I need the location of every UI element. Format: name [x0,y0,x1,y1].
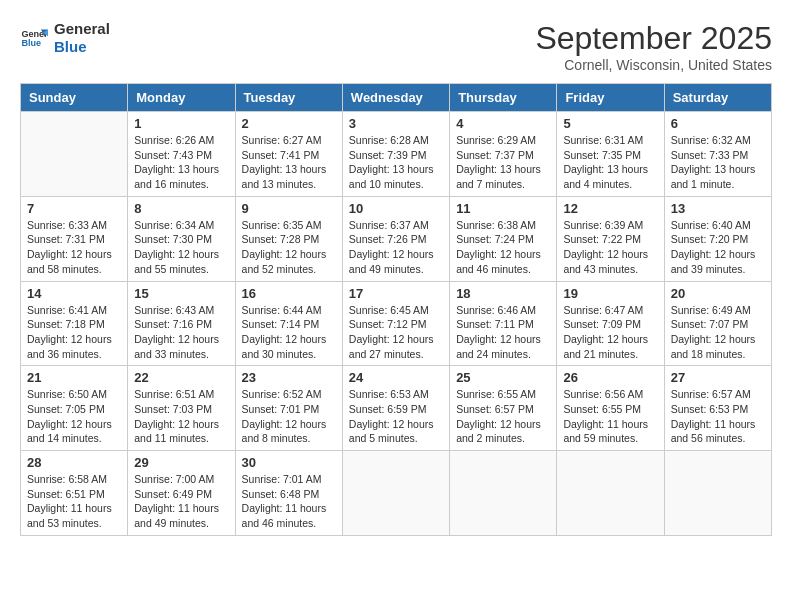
day-info: Sunrise: 6:38 AMSunset: 7:24 PMDaylight:… [456,218,550,277]
calendar-cell: 21Sunrise: 6:50 AMSunset: 7:05 PMDayligh… [21,366,128,451]
day-info: Sunrise: 7:01 AMSunset: 6:48 PMDaylight:… [242,472,336,531]
weekday-header-sunday: Sunday [21,84,128,112]
day-info: Sunrise: 6:40 AMSunset: 7:20 PMDaylight:… [671,218,765,277]
day-number: 3 [349,116,443,131]
weekday-header-friday: Friday [557,84,664,112]
calendar-cell: 5Sunrise: 6:31 AMSunset: 7:35 PMDaylight… [557,112,664,197]
day-number: 6 [671,116,765,131]
day-info: Sunrise: 6:27 AMSunset: 7:41 PMDaylight:… [242,133,336,192]
day-info: Sunrise: 6:56 AMSunset: 6:55 PMDaylight:… [563,387,657,446]
week-row-1: 1Sunrise: 6:26 AMSunset: 7:43 PMDaylight… [21,112,772,197]
day-info: Sunrise: 6:53 AMSunset: 6:59 PMDaylight:… [349,387,443,446]
calendar-cell: 23Sunrise: 6:52 AMSunset: 7:01 PMDayligh… [235,366,342,451]
day-info: Sunrise: 6:41 AMSunset: 7:18 PMDaylight:… [27,303,121,362]
day-info: Sunrise: 7:00 AMSunset: 6:49 PMDaylight:… [134,472,228,531]
day-number: 24 [349,370,443,385]
day-number: 26 [563,370,657,385]
day-number: 14 [27,286,121,301]
calendar-cell [342,451,449,536]
calendar-cell [450,451,557,536]
calendar-cell [664,451,771,536]
calendar-cell: 27Sunrise: 6:57 AMSunset: 6:53 PMDayligh… [664,366,771,451]
calendar-cell [557,451,664,536]
calendar-cell: 2Sunrise: 6:27 AMSunset: 7:41 PMDaylight… [235,112,342,197]
calendar-cell: 1Sunrise: 6:26 AMSunset: 7:43 PMDaylight… [128,112,235,197]
day-number: 17 [349,286,443,301]
month-title: September 2025 [535,20,772,57]
week-row-5: 28Sunrise: 6:58 AMSunset: 6:51 PMDayligh… [21,451,772,536]
day-number: 1 [134,116,228,131]
day-info: Sunrise: 6:45 AMSunset: 7:12 PMDaylight:… [349,303,443,362]
weekday-header-thursday: Thursday [450,84,557,112]
calendar-cell [21,112,128,197]
calendar-cell: 14Sunrise: 6:41 AMSunset: 7:18 PMDayligh… [21,281,128,366]
week-row-4: 21Sunrise: 6:50 AMSunset: 7:05 PMDayligh… [21,366,772,451]
calendar-cell: 8Sunrise: 6:34 AMSunset: 7:30 PMDaylight… [128,196,235,281]
day-number: 9 [242,201,336,216]
day-info: Sunrise: 6:58 AMSunset: 6:51 PMDaylight:… [27,472,121,531]
calendar-cell: 15Sunrise: 6:43 AMSunset: 7:16 PMDayligh… [128,281,235,366]
day-number: 27 [671,370,765,385]
day-number: 10 [349,201,443,216]
day-info: Sunrise: 6:57 AMSunset: 6:53 PMDaylight:… [671,387,765,446]
logo-icon: General Blue [20,24,48,52]
day-number: 16 [242,286,336,301]
day-info: Sunrise: 6:46 AMSunset: 7:11 PMDaylight:… [456,303,550,362]
calendar-cell: 22Sunrise: 6:51 AMSunset: 7:03 PMDayligh… [128,366,235,451]
day-info: Sunrise: 6:35 AMSunset: 7:28 PMDaylight:… [242,218,336,277]
calendar-cell: 28Sunrise: 6:58 AMSunset: 6:51 PMDayligh… [21,451,128,536]
day-info: Sunrise: 6:34 AMSunset: 7:30 PMDaylight:… [134,218,228,277]
day-number: 15 [134,286,228,301]
calendar-cell: 9Sunrise: 6:35 AMSunset: 7:28 PMDaylight… [235,196,342,281]
calendar-cell: 11Sunrise: 6:38 AMSunset: 7:24 PMDayligh… [450,196,557,281]
calendar-cell: 18Sunrise: 6:46 AMSunset: 7:11 PMDayligh… [450,281,557,366]
calendar-cell: 3Sunrise: 6:28 AMSunset: 7:39 PMDaylight… [342,112,449,197]
day-info: Sunrise: 6:49 AMSunset: 7:07 PMDaylight:… [671,303,765,362]
weekday-header-wednesday: Wednesday [342,84,449,112]
calendar-cell: 29Sunrise: 7:00 AMSunset: 6:49 PMDayligh… [128,451,235,536]
calendar-cell: 7Sunrise: 6:33 AMSunset: 7:31 PMDaylight… [21,196,128,281]
day-info: Sunrise: 6:29 AMSunset: 7:37 PMDaylight:… [456,133,550,192]
day-number: 18 [456,286,550,301]
day-number: 12 [563,201,657,216]
day-number: 28 [27,455,121,470]
day-number: 25 [456,370,550,385]
day-number: 11 [456,201,550,216]
calendar-table: SundayMondayTuesdayWednesdayThursdayFrid… [20,83,772,536]
day-number: 8 [134,201,228,216]
day-number: 23 [242,370,336,385]
page-header: General Blue General Blue September 2025… [20,20,772,73]
location-subtitle: Cornell, Wisconsin, United States [535,57,772,73]
day-number: 13 [671,201,765,216]
weekday-header-row: SundayMondayTuesdayWednesdayThursdayFrid… [21,84,772,112]
title-section: September 2025 Cornell, Wisconsin, Unite… [535,20,772,73]
day-number: 7 [27,201,121,216]
calendar-cell: 16Sunrise: 6:44 AMSunset: 7:14 PMDayligh… [235,281,342,366]
weekday-header-saturday: Saturday [664,84,771,112]
weekday-header-monday: Monday [128,84,235,112]
day-info: Sunrise: 6:37 AMSunset: 7:26 PMDaylight:… [349,218,443,277]
day-info: Sunrise: 6:32 AMSunset: 7:33 PMDaylight:… [671,133,765,192]
calendar-cell: 30Sunrise: 7:01 AMSunset: 6:48 PMDayligh… [235,451,342,536]
calendar-cell: 4Sunrise: 6:29 AMSunset: 7:37 PMDaylight… [450,112,557,197]
calendar-cell: 13Sunrise: 6:40 AMSunset: 7:20 PMDayligh… [664,196,771,281]
day-number: 21 [27,370,121,385]
calendar-cell: 25Sunrise: 6:55 AMSunset: 6:57 PMDayligh… [450,366,557,451]
day-info: Sunrise: 6:39 AMSunset: 7:22 PMDaylight:… [563,218,657,277]
day-info: Sunrise: 6:26 AMSunset: 7:43 PMDaylight:… [134,133,228,192]
calendar-cell: 26Sunrise: 6:56 AMSunset: 6:55 PMDayligh… [557,366,664,451]
day-info: Sunrise: 6:43 AMSunset: 7:16 PMDaylight:… [134,303,228,362]
day-info: Sunrise: 6:44 AMSunset: 7:14 PMDaylight:… [242,303,336,362]
day-info: Sunrise: 6:33 AMSunset: 7:31 PMDaylight:… [27,218,121,277]
logo: General Blue General Blue [20,20,110,56]
day-number: 22 [134,370,228,385]
day-number: 19 [563,286,657,301]
day-info: Sunrise: 6:47 AMSunset: 7:09 PMDaylight:… [563,303,657,362]
day-info: Sunrise: 6:55 AMSunset: 6:57 PMDaylight:… [456,387,550,446]
logo-text-general: General [54,20,110,38]
day-info: Sunrise: 6:51 AMSunset: 7:03 PMDaylight:… [134,387,228,446]
calendar-cell: 20Sunrise: 6:49 AMSunset: 7:07 PMDayligh… [664,281,771,366]
day-number: 5 [563,116,657,131]
day-info: Sunrise: 6:31 AMSunset: 7:35 PMDaylight:… [563,133,657,192]
svg-text:Blue: Blue [21,38,41,48]
